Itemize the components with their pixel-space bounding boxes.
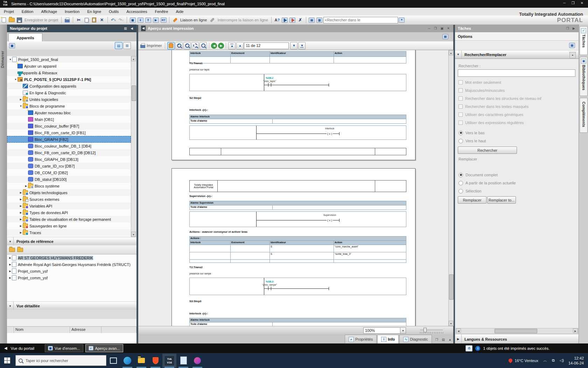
compile-icon[interactable]: ▦ bbox=[129, 16, 136, 23]
search-options-icon[interactable]: ⌖ bbox=[398, 16, 405, 23]
taskbar-clock[interactable]: 12:42 14-06-24 bbox=[568, 356, 584, 366]
side-tab-taches[interactable]: ✓ Tâches bbox=[580, 26, 588, 55]
side-tab-bibliotheques[interactable]: ▣ Bibliothèques bbox=[580, 57, 588, 96]
split-vertical-icon[interactable]: ▥ bbox=[316, 16, 323, 23]
weather-text[interactable]: 16°C Venteux bbox=[515, 359, 538, 363]
menu-item[interactable]: Aide bbox=[172, 9, 187, 14]
menu-item[interactable]: Projet bbox=[0, 9, 18, 14]
printed-object-icon[interactable]: ⎙ bbox=[465, 345, 472, 352]
tree-item[interactable]: Bloc_couleur_buffer [FB7] bbox=[7, 123, 131, 129]
tree-expand-icon[interactable]: ▶ bbox=[19, 98, 23, 101]
check-case[interactable]: Majuscules/minuscules bbox=[458, 88, 505, 93]
split-horizontal-icon[interactable]: ▤ bbox=[308, 16, 315, 23]
detail-view-header[interactable]: ▼ Vue détaillée bbox=[7, 301, 136, 311]
document-scrollbar[interactable]: ▲ ▼ bbox=[448, 50, 454, 326]
save-project-icon[interactable] bbox=[16, 16, 23, 23]
tree-expand-icon[interactable]: ▶ bbox=[19, 225, 23, 227]
tree-expand-icon[interactable]: ▶ bbox=[8, 257, 12, 259]
editor-window-controls[interactable]: ─ ❐ ▣ ✕ bbox=[428, 27, 451, 30]
tree-expand-icon[interactable]: ▶ bbox=[19, 198, 23, 201]
taskbar-search[interactable]: Taper ici pour rechercher bbox=[15, 355, 106, 366]
tab-diagnostic[interactable]: ∿ Diagnostic bbox=[399, 335, 432, 343]
tree-scrollbar[interactable]: ▲ ▼ bbox=[131, 56, 136, 237]
file-explorer-icon[interactable] bbox=[134, 354, 148, 368]
tree-item[interactable]: DB_statut [DB100] bbox=[7, 176, 131, 183]
tree-item[interactable]: DB_carte_ID_rcv [DB7] bbox=[7, 163, 131, 169]
start-side-tab[interactable]: Démarrer bbox=[0, 51, 5, 68]
tree-item[interactable]: Appareils & Réseaux bbox=[7, 69, 131, 76]
copy-icon[interactable] bbox=[83, 16, 90, 23]
radio-whole-document[interactable]: Document complet bbox=[458, 172, 498, 177]
checkbox-icon[interactable] bbox=[458, 113, 463, 117]
reference-project-item[interactable]: ▶ AR ST GEORGES HUYSMANS FREDERIK bbox=[7, 254, 136, 261]
collapse-icon[interactable]: ▼ bbox=[455, 50, 462, 59]
check-substructures[interactable]: Rechercher dans les structures de niveau… bbox=[458, 96, 541, 101]
tree-item[interactable]: ▶ Types de données API bbox=[7, 209, 131, 216]
tree-item[interactable]: ▶ Tables de visualisation et de forçage … bbox=[7, 216, 131, 223]
reference-project-item[interactable]: ▶ Projet_comm_ysf bbox=[7, 274, 136, 281]
tree-item[interactable]: ▶ Traces bbox=[7, 229, 131, 236]
zoom-level-select[interactable]: 100% bbox=[363, 327, 402, 334]
weather-icon[interactable] bbox=[507, 358, 513, 363]
zoom-in-icon[interactable]: + bbox=[175, 42, 183, 49]
cross-references-icon[interactable]: ✗ bbox=[297, 16, 304, 23]
project-search-input[interactable] bbox=[323, 17, 398, 23]
collapse-icon[interactable]: ▼ bbox=[7, 237, 14, 246]
check-whole-word[interactable]: Mot entier seulement bbox=[458, 80, 501, 85]
tree-expand-icon[interactable]: ▶ bbox=[19, 191, 23, 194]
find-in-editor-icon[interactable]: ▤ bbox=[569, 43, 575, 48]
radio-icon[interactable] bbox=[458, 173, 463, 177]
tree-expand-icon[interactable]: ▼ bbox=[8, 58, 12, 61]
zoom-out-icon[interactable]: − bbox=[183, 42, 191, 49]
collapse-icon[interactable]: ▼ bbox=[7, 302, 14, 310]
network-icon[interactable]: ⧉ bbox=[552, 358, 555, 363]
print-icon[interactable] bbox=[64, 16, 71, 23]
back-icon[interactable]: ◀ bbox=[211, 43, 217, 49]
search-term-input[interactable] bbox=[458, 69, 575, 77]
tree-item[interactable]: ▼ Blocs de programme bbox=[7, 103, 131, 109]
delete-icon[interactable]: ✕ bbox=[98, 16, 105, 23]
overview-tab-button[interactable]: ▦ Vue d'ensem... bbox=[45, 344, 83, 352]
go-offline-label[interactable]: Interrompre la liaison en ligne bbox=[217, 18, 268, 22]
tab-appareils[interactable]: Appareils bbox=[8, 33, 42, 42]
tree-item[interactable]: Configuration des appareils bbox=[7, 83, 131, 89]
menu-item[interactable]: Affichage bbox=[37, 9, 61, 14]
tree-expand-icon[interactable]: ▶ bbox=[8, 263, 12, 266]
tree-item[interactable]: ▼ Projet_1500_prod_final bbox=[7, 56, 131, 63]
menu-item[interactable]: Outils bbox=[105, 9, 122, 14]
check-wildcards[interactable]: Utiliser des caractères génériques bbox=[458, 112, 523, 117]
open-project-icon[interactable] bbox=[8, 16, 15, 23]
page-number-field[interactable] bbox=[244, 42, 289, 49]
tree-expand-icon[interactable]: ▶ bbox=[8, 277, 12, 279]
tree-item[interactable]: Bloc_couleur_buffer_DB_1 [DB4] bbox=[7, 143, 131, 149]
tree-item[interactable]: ▶ Sauvegardes en ligne bbox=[7, 223, 131, 229]
tree-item[interactable]: Bloc_GRAPH_DB [DB13] bbox=[7, 156, 131, 163]
open-reference-icon[interactable] bbox=[9, 248, 15, 252]
paint3d-icon[interactable] bbox=[190, 354, 204, 368]
tree-item[interactable]: En ligne & Diagnostic bbox=[7, 89, 131, 96]
check-hidden-texts[interactable]: Rechercher dans les textes masqués bbox=[458, 104, 528, 109]
menu-item[interactable]: En ligne bbox=[83, 9, 105, 14]
splitter-left-icon[interactable]: ◀ bbox=[141, 26, 146, 31]
list-view-button[interactable]: ⊞ bbox=[123, 42, 131, 49]
save-project-label[interactable]: Enregistrer le projet bbox=[24, 18, 58, 22]
tree-item[interactable]: Bloc_GRAPH [FB2] bbox=[7, 136, 131, 143]
menu-item[interactable]: Accessoires bbox=[122, 9, 151, 14]
tree-item[interactable]: ▶ Blocs système bbox=[7, 183, 131, 189]
brave-icon[interactable] bbox=[148, 354, 162, 368]
tree-expand-icon[interactable]: ▶ bbox=[19, 218, 23, 221]
page-layout-icon[interactable]: ▤ bbox=[442, 34, 448, 39]
download-to-device-icon[interactable]: ⇓ bbox=[137, 16, 144, 23]
tree-item[interactable]: ▶ Sources externes bbox=[7, 196, 131, 203]
previous-page-icon[interactable]: ▲ bbox=[236, 42, 244, 49]
menu-item[interactable]: Insertion bbox=[61, 9, 83, 14]
notepad-icon[interactable] bbox=[176, 354, 190, 368]
tia-portal-taskbar-icon[interactable]: TIAV16 bbox=[162, 354, 176, 368]
column-nom[interactable]: Nom bbox=[14, 327, 70, 333]
upload-from-device-icon[interactable]: ⇑ bbox=[145, 16, 152, 23]
pan-hand-tool[interactable] bbox=[167, 42, 175, 49]
inspector-window-icons[interactable]: ❐ ▤ ▲ bbox=[435, 338, 453, 341]
menu-item[interactable]: Edition bbox=[18, 9, 37, 14]
first-page-icon[interactable]: ▲ bbox=[228, 42, 236, 49]
close-reference-icon[interactable] bbox=[17, 248, 23, 252]
